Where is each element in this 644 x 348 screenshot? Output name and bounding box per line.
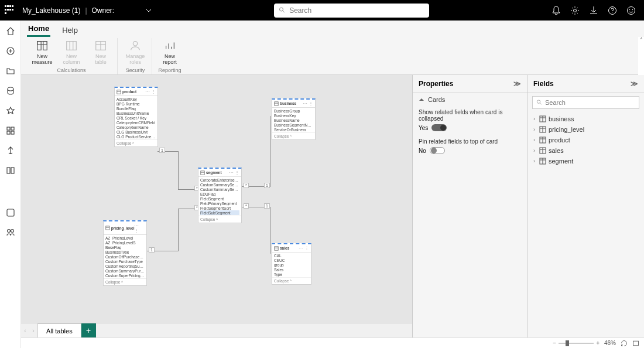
toggle-pin-related[interactable] <box>430 147 445 154</box>
table-card-segment[interactable]: segment⋯ ⋮ CorporateEnterpriseFlagCustom… <box>198 168 242 223</box>
tab-prev-icon[interactable]: ‹ <box>21 327 29 334</box>
table-field[interactable]: CustomPurchaseType <box>105 259 145 264</box>
table-field[interactable]: FieldPrimarySegment <box>200 201 239 206</box>
table-field[interactable]: BPG Runtime <box>117 101 156 106</box>
add-layout-tab-button[interactable]: + <box>81 323 96 338</box>
table-card-business[interactable]: business⋯ ⋮ BusinessGroupBusinessKeyBusi… <box>272 98 316 140</box>
field-table-sales[interactable]: ›sales <box>532 145 639 156</box>
tab-next-icon[interactable]: › <box>29 327 37 334</box>
table-field[interactable]: BundleFlag <box>117 106 156 111</box>
table-field[interactable]: CustomSummarySegment <box>200 187 239 192</box>
tab-home[interactable]: Home <box>27 22 50 37</box>
table-menu-icon[interactable]: ⋯ ⋮ <box>303 101 313 106</box>
table-field[interactable]: CRL Socket / Key <box>117 115 156 120</box>
field-table-product[interactable]: ›product <box>532 135 639 145</box>
fields-search-input[interactable] <box>545 99 635 106</box>
workspace-icon[interactable] <box>6 208 15 217</box>
table-field[interactable]: CustomOffPurchaseType <box>105 254 145 259</box>
model-diagram-area[interactable]: 1 * * 1 * 1 1 * product⋯ ⋮ AccountKeyBPG… <box>21 75 412 323</box>
table-field[interactable]: FieldSubSegment <box>200 210 239 215</box>
new-measure-button[interactable]: Newmeasure <box>29 38 55 67</box>
table-field[interactable]: BaseFlag <box>105 245 145 250</box>
table-field[interactable]: CustomReportingSummaryPurcha <box>105 264 145 268</box>
table-field[interactable]: CategorytemName <box>117 125 156 129</box>
table-card-product[interactable]: product⋯ ⋮ AccountKeyBPG RuntimeBundleFl… <box>114 87 158 147</box>
table-field[interactable]: CustomSummaryPurchaseType <box>105 268 145 273</box>
new-table-button[interactable]: Newtable <box>88 38 114 67</box>
table-field[interactable]: AccountKey <box>117 97 156 101</box>
table-field[interactable]: AZ_PricingLevelS <box>105 240 145 245</box>
deploy-icon[interactable] <box>6 146 15 155</box>
zoom-slider[interactable]: − + <box>553 340 600 346</box>
table-field[interactable]: AZ_PricingLevel <box>105 236 145 240</box>
global-search[interactable] <box>274 4 429 18</box>
table-field[interactable]: EDUFlag <box>200 192 239 196</box>
workspace-title[interactable]: My_Lakehouse (1) <box>22 6 80 15</box>
help-icon[interactable] <box>608 6 617 15</box>
collapse-toggle[interactable]: Collapse ^ <box>115 139 157 146</box>
learn-icon[interactable] <box>6 166 15 175</box>
collapse-panel-icon[interactable]: ≫ <box>631 80 638 88</box>
table-field[interactable]: group <box>274 262 309 267</box>
table-field[interactable]: FieldSegment <box>200 196 239 201</box>
manage-roles-button[interactable]: Manageroles <box>122 38 148 67</box>
create-icon[interactable] <box>6 46 15 56</box>
full-screen-icon[interactable] <box>632 340 639 347</box>
properties-section-cards[interactable]: Cards <box>413 93 527 107</box>
table-field[interactable]: CustomSummarySector <box>200 182 239 187</box>
new-column-button[interactable]: Newcolumn <box>59 38 84 67</box>
onelake-icon[interactable] <box>6 86 15 95</box>
collapse-toggle[interactable]: Collapse ^ <box>198 216 241 223</box>
table-field[interactable]: BusinessGroup <box>274 108 313 113</box>
table-field[interactable]: BusinessName <box>274 118 313 122</box>
table-menu-icon[interactable]: ⋯ ⋮ <box>134 223 145 233</box>
home-icon[interactable] <box>6 26 15 36</box>
table-menu-icon[interactable]: ⋯ ⋮ <box>229 170 239 175</box>
table-card-pricing-level[interactable]: pricing_level⋯ ⋮ AZ_PricingLevelAZ_Prici… <box>103 220 147 286</box>
fields-search[interactable] <box>532 96 639 109</box>
table-field[interactable]: CLG ProductServiceBundleDevice <box>117 134 156 139</box>
collapse-panel-icon[interactable]: ≫ <box>513 80 521 88</box>
table-field[interactable]: CorporateEnterpriseFlag <box>200 178 239 182</box>
table-field[interactable]: CEUC <box>274 258 309 262</box>
collapse-toggle[interactable]: Collapse ^ <box>104 278 146 285</box>
zoom-in-button[interactable]: + <box>596 340 600 346</box>
field-table-business[interactable]: ›business <box>532 114 639 124</box>
zoom-out-button[interactable]: − <box>553 340 556 346</box>
table-field[interactable]: CLG BusinessUnit <box>117 129 156 134</box>
table-field[interactable]: BusinessKey <box>274 113 313 118</box>
owner-dropdown[interactable]: Owner: <box>92 6 152 15</box>
fit-to-screen-icon[interactable] <box>621 340 628 347</box>
app-launcher-icon[interactable] <box>5 5 15 16</box>
apps-icon[interactable] <box>6 126 15 135</box>
toggle-show-related[interactable] <box>431 124 447 131</box>
collapse-toggle[interactable]: Collapse ^ <box>272 132 315 139</box>
table-field[interactable]: BusinessUnitName <box>117 111 156 115</box>
feedback-icon[interactable] <box>626 6 636 15</box>
table-field[interactable]: FieldSegmentSort <box>200 206 239 210</box>
table-card-sales[interactable]: sales⋯ ⋮ CALCEUCgroupSalesType Collapse … <box>272 243 311 285</box>
table-field[interactable]: Type <box>274 272 309 277</box>
table-field[interactable]: BusinessSegmentName <box>274 122 313 127</box>
workspaces-list-icon[interactable] <box>6 228 15 237</box>
table-menu-icon[interactable]: ⋯ ⋮ <box>145 89 156 94</box>
table-field[interactable]: CustomSuperPricingLevel <box>105 273 145 278</box>
table-field[interactable]: ServiceOrBusiness <box>274 127 313 132</box>
layout-tab-all-tables[interactable]: All tables <box>37 323 81 337</box>
tab-help[interactable]: Help <box>61 23 79 37</box>
search-input[interactable] <box>289 6 424 15</box>
new-report-button[interactable]: Newreport <box>157 38 183 67</box>
download-icon[interactable] <box>589 6 598 15</box>
notifications-icon[interactable] <box>551 6 561 15</box>
table-field[interactable]: CAL <box>274 253 309 258</box>
ribbon-collapse-icon[interactable]: ˄ <box>640 37 643 43</box>
field-table-pricing_level[interactable]: ›pricing_level <box>532 124 639 135</box>
browse-icon[interactable] <box>6 66 15 76</box>
metrics-icon[interactable] <box>6 106 15 115</box>
table-field[interactable]: CategorytemCRMField <box>117 120 156 125</box>
field-table-segment[interactable]: ›segment <box>532 156 639 166</box>
settings-icon[interactable] <box>570 6 580 15</box>
collapse-toggle[interactable]: Collapse ^ <box>272 277 311 284</box>
table-field[interactable]: BusinessType <box>105 250 145 254</box>
table-menu-icon[interactable]: ⋯ ⋮ <box>299 245 309 251</box>
